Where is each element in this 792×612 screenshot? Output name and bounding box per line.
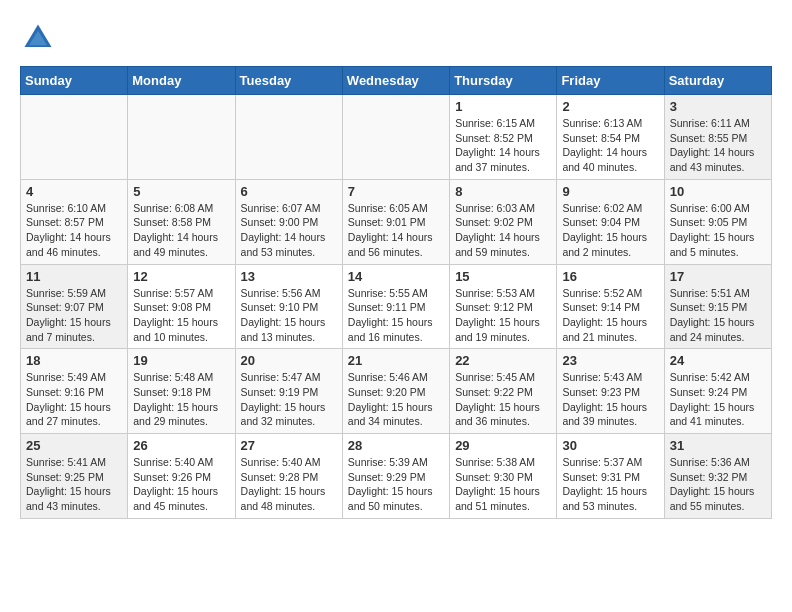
day-number: 12 bbox=[133, 269, 229, 284]
day-info: Sunrise: 5:41 AM Sunset: 9:25 PM Dayligh… bbox=[26, 455, 122, 514]
day-number: 18 bbox=[26, 353, 122, 368]
calendar-week-row: 1Sunrise: 6:15 AM Sunset: 8:52 PM Daylig… bbox=[21, 95, 772, 180]
day-number: 8 bbox=[455, 184, 551, 199]
day-info: Sunrise: 6:08 AM Sunset: 8:58 PM Dayligh… bbox=[133, 201, 229, 260]
calendar-cell: 26Sunrise: 5:40 AM Sunset: 9:26 PM Dayli… bbox=[128, 434, 235, 519]
day-info: Sunrise: 5:40 AM Sunset: 9:28 PM Dayligh… bbox=[241, 455, 337, 514]
calendar-week-row: 11Sunrise: 5:59 AM Sunset: 9:07 PM Dayli… bbox=[21, 264, 772, 349]
day-info: Sunrise: 6:05 AM Sunset: 9:01 PM Dayligh… bbox=[348, 201, 444, 260]
day-number: 14 bbox=[348, 269, 444, 284]
day-number: 6 bbox=[241, 184, 337, 199]
day-number: 24 bbox=[670, 353, 766, 368]
day-info: Sunrise: 6:02 AM Sunset: 9:04 PM Dayligh… bbox=[562, 201, 658, 260]
day-number: 4 bbox=[26, 184, 122, 199]
weekday-header: Thursday bbox=[450, 67, 557, 95]
calendar-cell: 28Sunrise: 5:39 AM Sunset: 9:29 PM Dayli… bbox=[342, 434, 449, 519]
calendar-week-row: 4Sunrise: 6:10 AM Sunset: 8:57 PM Daylig… bbox=[21, 179, 772, 264]
day-number: 28 bbox=[348, 438, 444, 453]
day-info: Sunrise: 5:45 AM Sunset: 9:22 PM Dayligh… bbox=[455, 370, 551, 429]
day-number: 3 bbox=[670, 99, 766, 114]
calendar-cell: 22Sunrise: 5:45 AM Sunset: 9:22 PM Dayli… bbox=[450, 349, 557, 434]
calendar-cell: 14Sunrise: 5:55 AM Sunset: 9:11 PM Dayli… bbox=[342, 264, 449, 349]
day-number: 30 bbox=[562, 438, 658, 453]
calendar-cell: 17Sunrise: 5:51 AM Sunset: 9:15 PM Dayli… bbox=[664, 264, 771, 349]
day-number: 11 bbox=[26, 269, 122, 284]
weekday-header: Saturday bbox=[664, 67, 771, 95]
logo bbox=[20, 20, 62, 56]
day-info: Sunrise: 6:13 AM Sunset: 8:54 PM Dayligh… bbox=[562, 116, 658, 175]
calendar-cell: 23Sunrise: 5:43 AM Sunset: 9:23 PM Dayli… bbox=[557, 349, 664, 434]
day-number: 9 bbox=[562, 184, 658, 199]
calendar-table: SundayMondayTuesdayWednesdayThursdayFrid… bbox=[20, 66, 772, 519]
day-info: Sunrise: 5:42 AM Sunset: 9:24 PM Dayligh… bbox=[670, 370, 766, 429]
calendar-cell: 3Sunrise: 6:11 AM Sunset: 8:55 PM Daylig… bbox=[664, 95, 771, 180]
calendar-cell: 30Sunrise: 5:37 AM Sunset: 9:31 PM Dayli… bbox=[557, 434, 664, 519]
day-info: Sunrise: 5:55 AM Sunset: 9:11 PM Dayligh… bbox=[348, 286, 444, 345]
calendar-cell: 8Sunrise: 6:03 AM Sunset: 9:02 PM Daylig… bbox=[450, 179, 557, 264]
day-number: 17 bbox=[670, 269, 766, 284]
day-number: 15 bbox=[455, 269, 551, 284]
day-number: 22 bbox=[455, 353, 551, 368]
day-info: Sunrise: 5:53 AM Sunset: 9:12 PM Dayligh… bbox=[455, 286, 551, 345]
calendar-cell: 27Sunrise: 5:40 AM Sunset: 9:28 PM Dayli… bbox=[235, 434, 342, 519]
day-info: Sunrise: 5:38 AM Sunset: 9:30 PM Dayligh… bbox=[455, 455, 551, 514]
calendar-cell: 19Sunrise: 5:48 AM Sunset: 9:18 PM Dayli… bbox=[128, 349, 235, 434]
day-info: Sunrise: 5:37 AM Sunset: 9:31 PM Dayligh… bbox=[562, 455, 658, 514]
day-info: Sunrise: 5:52 AM Sunset: 9:14 PM Dayligh… bbox=[562, 286, 658, 345]
calendar-cell: 15Sunrise: 5:53 AM Sunset: 9:12 PM Dayli… bbox=[450, 264, 557, 349]
day-number: 1 bbox=[455, 99, 551, 114]
day-number: 29 bbox=[455, 438, 551, 453]
calendar-cell: 10Sunrise: 6:00 AM Sunset: 9:05 PM Dayli… bbox=[664, 179, 771, 264]
day-info: Sunrise: 5:39 AM Sunset: 9:29 PM Dayligh… bbox=[348, 455, 444, 514]
calendar-cell: 5Sunrise: 6:08 AM Sunset: 8:58 PM Daylig… bbox=[128, 179, 235, 264]
calendar-cell: 24Sunrise: 5:42 AM Sunset: 9:24 PM Dayli… bbox=[664, 349, 771, 434]
day-info: Sunrise: 5:47 AM Sunset: 9:19 PM Dayligh… bbox=[241, 370, 337, 429]
day-info: Sunrise: 5:46 AM Sunset: 9:20 PM Dayligh… bbox=[348, 370, 444, 429]
calendar-cell: 7Sunrise: 6:05 AM Sunset: 9:01 PM Daylig… bbox=[342, 179, 449, 264]
calendar-cell bbox=[235, 95, 342, 180]
day-number: 26 bbox=[133, 438, 229, 453]
day-info: Sunrise: 6:07 AM Sunset: 9:00 PM Dayligh… bbox=[241, 201, 337, 260]
day-info: Sunrise: 6:15 AM Sunset: 8:52 PM Dayligh… bbox=[455, 116, 551, 175]
weekday-header: Tuesday bbox=[235, 67, 342, 95]
day-number: 31 bbox=[670, 438, 766, 453]
day-number: 23 bbox=[562, 353, 658, 368]
calendar-cell bbox=[21, 95, 128, 180]
weekday-header: Friday bbox=[557, 67, 664, 95]
day-number: 5 bbox=[133, 184, 229, 199]
calendar-cell: 31Sunrise: 5:36 AM Sunset: 9:32 PM Dayli… bbox=[664, 434, 771, 519]
weekday-header: Monday bbox=[128, 67, 235, 95]
calendar-week-row: 25Sunrise: 5:41 AM Sunset: 9:25 PM Dayli… bbox=[21, 434, 772, 519]
day-number: 19 bbox=[133, 353, 229, 368]
day-info: Sunrise: 5:49 AM Sunset: 9:16 PM Dayligh… bbox=[26, 370, 122, 429]
day-number: 16 bbox=[562, 269, 658, 284]
day-info: Sunrise: 5:51 AM Sunset: 9:15 PM Dayligh… bbox=[670, 286, 766, 345]
calendar-cell: 6Sunrise: 6:07 AM Sunset: 9:00 PM Daylig… bbox=[235, 179, 342, 264]
day-info: Sunrise: 6:11 AM Sunset: 8:55 PM Dayligh… bbox=[670, 116, 766, 175]
calendar-cell: 2Sunrise: 6:13 AM Sunset: 8:54 PM Daylig… bbox=[557, 95, 664, 180]
calendar-cell: 20Sunrise: 5:47 AM Sunset: 9:19 PM Dayli… bbox=[235, 349, 342, 434]
day-number: 13 bbox=[241, 269, 337, 284]
day-info: Sunrise: 5:57 AM Sunset: 9:08 PM Dayligh… bbox=[133, 286, 229, 345]
calendar-week-row: 18Sunrise: 5:49 AM Sunset: 9:16 PM Dayli… bbox=[21, 349, 772, 434]
calendar-cell: 29Sunrise: 5:38 AM Sunset: 9:30 PM Dayli… bbox=[450, 434, 557, 519]
day-info: Sunrise: 6:03 AM Sunset: 9:02 PM Dayligh… bbox=[455, 201, 551, 260]
day-number: 7 bbox=[348, 184, 444, 199]
calendar-cell: 11Sunrise: 5:59 AM Sunset: 9:07 PM Dayli… bbox=[21, 264, 128, 349]
day-number: 10 bbox=[670, 184, 766, 199]
calendar-cell: 12Sunrise: 5:57 AM Sunset: 9:08 PM Dayli… bbox=[128, 264, 235, 349]
day-number: 25 bbox=[26, 438, 122, 453]
day-info: Sunrise: 5:48 AM Sunset: 9:18 PM Dayligh… bbox=[133, 370, 229, 429]
calendar-cell: 25Sunrise: 5:41 AM Sunset: 9:25 PM Dayli… bbox=[21, 434, 128, 519]
calendar-cell: 16Sunrise: 5:52 AM Sunset: 9:14 PM Dayli… bbox=[557, 264, 664, 349]
calendar-cell: 13Sunrise: 5:56 AM Sunset: 9:10 PM Dayli… bbox=[235, 264, 342, 349]
day-info: Sunrise: 5:59 AM Sunset: 9:07 PM Dayligh… bbox=[26, 286, 122, 345]
day-number: 2 bbox=[562, 99, 658, 114]
day-number: 27 bbox=[241, 438, 337, 453]
weekday-header: Wednesday bbox=[342, 67, 449, 95]
calendar-cell bbox=[128, 95, 235, 180]
calendar-cell: 18Sunrise: 5:49 AM Sunset: 9:16 PM Dayli… bbox=[21, 349, 128, 434]
logo-icon bbox=[20, 20, 56, 56]
calendar-cell: 9Sunrise: 6:02 AM Sunset: 9:04 PM Daylig… bbox=[557, 179, 664, 264]
day-info: Sunrise: 6:10 AM Sunset: 8:57 PM Dayligh… bbox=[26, 201, 122, 260]
